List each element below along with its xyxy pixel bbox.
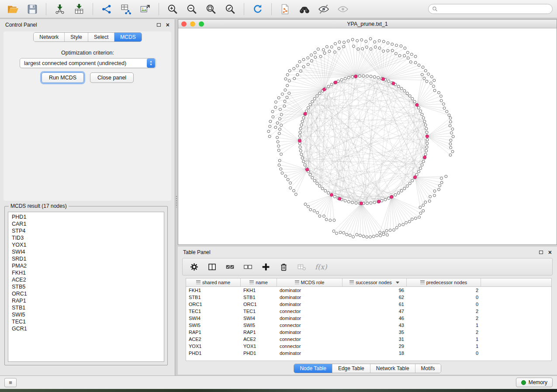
tab-style[interactable]: Style	[65, 33, 88, 41]
table-cell: ACE2	[241, 337, 277, 342]
eye-edit-icon	[318, 3, 329, 15]
network-window-titlebar[interactable]: YPA_prune.txt_1	[178, 20, 557, 28]
table-cell: connector	[277, 323, 343, 328]
table-row[interactable]: TEC1TEC1connector472	[186, 308, 551, 315]
zoom-in-button[interactable]	[164, 2, 181, 17]
window-zoom-icon[interactable]	[199, 21, 204, 27]
new-network-button[interactable]	[98, 2, 115, 17]
network-from-table-button[interactable]	[117, 2, 135, 17]
network-window: YPA_prune.txt_1	[178, 19, 557, 245]
export-image-button[interactable]	[136, 2, 154, 17]
table-row[interactable]: STB1STB1dominator620	[186, 294, 551, 301]
float-panel-icon[interactable]	[157, 23, 161, 27]
result-node-item[interactable]: SWI5	[8, 311, 164, 318]
result-node-item[interactable]: SWI4	[8, 248, 164, 255]
column-header-successor-nodes[interactable]: successor nodes	[343, 279, 407, 286]
optimization-criterion-select[interactable]: largest connected component (undirected)…	[20, 58, 156, 68]
memory-button[interactable]: Memory	[516, 378, 553, 387]
result-node-item[interactable]: STB1	[8, 304, 164, 311]
column-header-predecessor-nodes[interactable]: predecessor nodes	[407, 279, 481, 286]
result-node-item[interactable]: FKH1	[8, 269, 164, 276]
result-node-item[interactable]: GCR1	[8, 325, 164, 332]
result-node-item[interactable]: STP4	[8, 227, 164, 234]
apply-layout-button[interactable]	[249, 2, 266, 17]
close-table-panel-icon[interactable]: ×	[548, 250, 552, 254]
table-cell: SWI4	[241, 316, 277, 321]
table-row[interactable]: SWI5SWI5connector431	[186, 322, 551, 329]
result-node-item[interactable]: ORC1	[8, 290, 164, 297]
table-row[interactable]: ACE2ACE2connector311	[186, 336, 551, 343]
column-header-MCDS-role[interactable]: MCDS role	[277, 279, 343, 286]
table-settings-gear-icon[interactable]	[190, 262, 199, 272]
import-table-button[interactable]	[70, 2, 88, 17]
table-row[interactable]: PHD1PHD1dominator180	[186, 350, 551, 357]
table-cell: TEC1	[186, 309, 241, 314]
window-close-icon[interactable]	[181, 21, 187, 27]
optimization-criterion-label: Optimization criterion:	[0, 50, 175, 56]
sort-grid-icon	[349, 280, 354, 285]
run-mcds-button[interactable]: Run MCDS	[42, 72, 84, 83]
select-all-icon[interactable]	[225, 262, 235, 272]
tab-edge-table[interactable]: Edge Table	[332, 364, 370, 373]
import-network-button[interactable]	[51, 2, 69, 17]
tab-node-table[interactable]: Node Table	[294, 364, 332, 373]
close-panel-button[interactable]: Close panel	[90, 72, 134, 83]
toolbar-separator	[159, 3, 159, 15]
result-node-item[interactable]: ACE2	[8, 276, 164, 283]
table-cell: 43	[343, 323, 407, 328]
column-header-shared-name[interactable]: shared name	[186, 279, 241, 286]
unselect-all-icon[interactable]	[243, 262, 253, 272]
result-node-item[interactable]: YOX1	[8, 241, 164, 248]
network-canvas[interactable]	[178, 29, 557, 244]
table-row[interactable]: YOX1YOX1connector291	[186, 343, 551, 350]
open-file-button[interactable]	[4, 2, 22, 17]
tab-motifs[interactable]: Motifs	[415, 364, 441, 373]
float-table-panel-icon[interactable]	[539, 251, 543, 254]
global-search[interactable]	[428, 4, 553, 14]
node-table[interactable]: shared namenameMCDS rolesuccessor nodesp…	[186, 278, 552, 361]
search-input[interactable]	[440, 6, 549, 12]
table-row[interactable]: ORC1ORC1dominator610	[186, 301, 551, 308]
table-row[interactable]: SWI4SWI4dominator462	[186, 315, 551, 322]
result-node-item[interactable]: PMA2	[8, 262, 164, 269]
table-row[interactable]: RAP1RAP1dominator352	[186, 329, 551, 336]
zoom-selected-button[interactable]	[221, 2, 239, 17]
result-node-item[interactable]: CAR1	[8, 220, 164, 227]
zoom-fit-button[interactable]	[202, 2, 220, 17]
hide-unselected-button[interactable]	[315, 2, 332, 17]
result-node-item[interactable]: SRD1	[8, 255, 164, 262]
tab-select[interactable]: Select	[88, 33, 114, 41]
result-node-item[interactable]: TEC1	[8, 318, 164, 325]
tab-network-table[interactable]: Network Table	[370, 364, 415, 373]
zoom-out-button[interactable]	[183, 2, 201, 17]
table-cell: 0	[407, 351, 481, 356]
close-panel-icon[interactable]: ×	[166, 23, 170, 27]
result-node-item[interactable]: TID3	[8, 234, 164, 241]
tab-mcds[interactable]: MCDS	[114, 33, 141, 41]
result-node-item[interactable]: STB5	[8, 283, 164, 290]
tab-network[interactable]: Network	[34, 33, 65, 41]
table-cell: PHD1	[186, 351, 241, 356]
network-graph[interactable]	[178, 29, 557, 244]
mcds-result-list[interactable]: PHD1CAR1STP4TID3YOX1SWI4SRD1PMA2FKH1ACE2…	[8, 212, 164, 362]
search-network-button[interactable]	[296, 2, 313, 17]
table-cell: SWI5	[241, 323, 277, 328]
result-node-item[interactable]: PHD1	[8, 213, 164, 220]
control-panel-tabs: NetworkStyleSelectMCDS	[33, 32, 142, 42]
table-cell: 61	[343, 302, 407, 307]
table-cell: FKH1	[186, 288, 241, 293]
show-all-button[interactable]	[334, 2, 352, 17]
ui-settings-button[interactable]: ≡	[4, 378, 17, 387]
window-minimize-icon[interactable]	[190, 21, 195, 27]
result-node-item[interactable]: RAP1	[8, 297, 164, 304]
sort-grid-icon	[420, 280, 425, 285]
add-column-icon[interactable]	[261, 262, 270, 272]
delete-column-trash-icon[interactable]	[279, 262, 288, 272]
publish-document-button[interactable]	[277, 2, 294, 17]
control-panel-content	[3, 31, 171, 201]
column-menu-chevron-icon[interactable]	[396, 282, 399, 284]
table-row[interactable]: FKH1FKH1dominator962	[186, 287, 551, 294]
column-header-name[interactable]: name	[241, 279, 277, 286]
show-columns-icon[interactable]	[208, 262, 217, 272]
save-session-button[interactable]	[24, 2, 41, 17]
